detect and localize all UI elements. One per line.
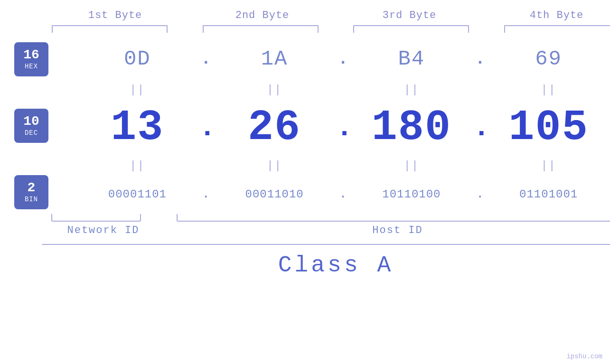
badge-bin-label: BIN xyxy=(25,196,38,203)
equals-row-1: || || || || xyxy=(0,80,610,99)
hex-row: 0D . 1A . B4 . 69 xyxy=(0,37,610,80)
badge-hex-num: 16 xyxy=(23,48,39,62)
bracket-cell-2 xyxy=(192,25,329,33)
bin-byte-3: 10110100 xyxy=(350,188,473,201)
full-bracket-line xyxy=(42,244,610,245)
byte-header-4: 4th Byte xyxy=(483,9,610,21)
hex-dot-1: . xyxy=(199,49,213,69)
network-id-label: Network ID xyxy=(42,224,165,236)
byte-headers: 1st Byte 2nd Byte 3rd Byte 4th Byte xyxy=(42,9,610,21)
equals-1-1: || xyxy=(76,84,199,96)
full-bracket-container xyxy=(42,244,610,245)
top-bracket-row xyxy=(42,25,610,33)
host-bottom-bracket xyxy=(177,214,610,222)
equals-2-1: || xyxy=(76,159,199,172)
bin-byte-4: 01101001 xyxy=(487,188,610,201)
top-bracket-1 xyxy=(52,25,168,33)
class-label: Class A xyxy=(42,252,610,278)
badge-dec-num: 10 xyxy=(23,115,39,128)
hex-byte-2: 1A xyxy=(213,47,336,71)
dec-byte-3: 180 xyxy=(350,103,473,152)
hex-byte-4: 69 xyxy=(487,47,610,71)
badge-dec-label: DEC xyxy=(25,129,38,137)
bin-dot-3: . xyxy=(473,188,487,201)
bracket-cell-4 xyxy=(494,25,610,33)
top-bracket-2 xyxy=(203,25,319,33)
hex-byte-1: 0D xyxy=(76,47,199,71)
ip-display-area: 16 HEX 10 DEC 2 BIN 0D . 1A . B4 . 69 || xyxy=(0,37,610,213)
badge-hex: 16 HEX xyxy=(14,42,48,76)
dec-row: 13 . 26 . 180 . 105 xyxy=(0,99,610,156)
byte-header-1: 1st Byte xyxy=(42,9,189,21)
dec-dot-1: . xyxy=(199,112,213,144)
bottom-bracket-area xyxy=(42,214,610,222)
bin-byte-1: 00001101 xyxy=(76,188,199,201)
equals-1-3: || xyxy=(350,84,473,96)
dec-byte-1: 13 xyxy=(76,103,199,152)
top-bracket-3 xyxy=(353,25,469,33)
bin-row: 00001101 . 00011010 . 10110100 . 0110100… xyxy=(0,175,610,213)
equals-row-2: || || || || xyxy=(0,156,610,175)
equals-2-4: || xyxy=(487,159,610,172)
equals-1-4: || xyxy=(487,84,610,96)
watermark: ipshu.com xyxy=(566,353,602,360)
bin-dot-1: . xyxy=(199,188,213,201)
equals-2-3: || xyxy=(350,159,473,172)
bin-byte-2: 00011010 xyxy=(213,188,336,201)
dec-dot-2: . xyxy=(336,112,350,144)
byte-header-3: 3rd Byte xyxy=(336,9,483,21)
byte-header-2: 2nd Byte xyxy=(189,9,336,21)
dec-dot-3: . xyxy=(473,112,487,144)
bracket-cell-3 xyxy=(343,25,480,33)
network-bracket-group xyxy=(42,214,151,222)
badge-dec: 10 DEC xyxy=(14,109,48,143)
badge-hex-label: HEX xyxy=(25,63,38,70)
dec-byte-4: 105 xyxy=(487,103,610,152)
host-bracket-group xyxy=(165,214,610,222)
badge-bin: 2 BIN xyxy=(14,175,48,209)
hex-dot-3: . xyxy=(473,49,487,69)
bracket-cell-1 xyxy=(42,25,178,33)
left-badges: 16 HEX 10 DEC 2 BIN xyxy=(14,37,48,209)
hex-byte-3: B4 xyxy=(350,47,473,71)
hex-dot-2: . xyxy=(336,49,350,69)
network-bottom-bracket xyxy=(51,214,141,222)
id-labels-row: Network ID Host ID xyxy=(42,224,610,236)
equals-2-2: || xyxy=(213,159,336,172)
top-bracket-4 xyxy=(504,25,610,33)
host-id-label: Host ID xyxy=(165,224,610,236)
bin-dot-2: . xyxy=(336,188,350,201)
badge-bin-num: 2 xyxy=(28,181,36,195)
dec-byte-2: 26 xyxy=(213,103,336,152)
equals-1-2: || xyxy=(213,84,336,96)
main-container: 1st Byte 2nd Byte 3rd Byte 4th Byte 16 H… xyxy=(0,0,610,364)
